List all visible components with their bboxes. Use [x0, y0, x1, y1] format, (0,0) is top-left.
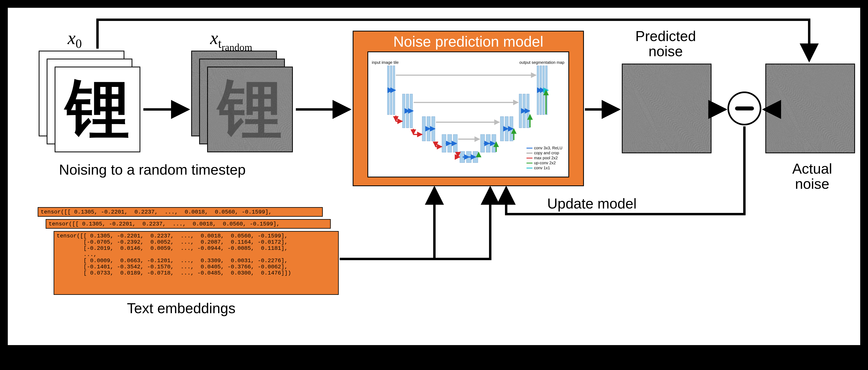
- label-xt: xtrandom: [210, 28, 252, 53]
- diagram-frame: x0 锂 xtrandom 锂 Noising to a random time…: [7, 7, 861, 346]
- model-inner: conv 3x3, ReLUcopy and cropmax pool 2x2u…: [367, 52, 569, 178]
- model-block: Noise prediction model: [353, 31, 584, 186]
- label-x0: x0: [68, 28, 82, 51]
- glyph-xt: 锂: [208, 67, 292, 152]
- legend-row: max pool 2x2: [527, 156, 562, 160]
- label-actual: Actual noise: [765, 161, 859, 191]
- legend-row: conv 1x1: [527, 166, 562, 170]
- unet-legend: conv 3x3, ReLUcopy and cropmax pool 2x2u…: [527, 145, 562, 171]
- legend-row: up-conv 2x2: [527, 161, 562, 165]
- label-text-emb: Text embeddings: [82, 301, 281, 316]
- unet-input-label: input image tile: [372, 60, 399, 65]
- minus-node: [727, 92, 761, 125]
- svg-rect-9: [442, 134, 446, 152]
- unet-output-label: output segmentation map: [519, 60, 564, 65]
- label-noising: Noising to a random timestep: [30, 162, 275, 178]
- svg-rect-21: [519, 94, 522, 128]
- svg-rect-3: [403, 94, 405, 128]
- label-predicted: Predicted noise: [619, 29, 713, 59]
- glyph-x0: 锂: [55, 67, 140, 152]
- svg-rect-6: [422, 117, 426, 141]
- svg-rect-0: [388, 66, 389, 115]
- svg-rect-18: [500, 117, 503, 141]
- svg-rect-24: [537, 66, 539, 115]
- legend-row: conv 3x3, ReLU: [527, 146, 562, 150]
- model-title: Noise prediction model: [353, 33, 583, 50]
- label-update: Update model: [522, 196, 662, 211]
- legend-row: copy and crop: [527, 151, 562, 155]
